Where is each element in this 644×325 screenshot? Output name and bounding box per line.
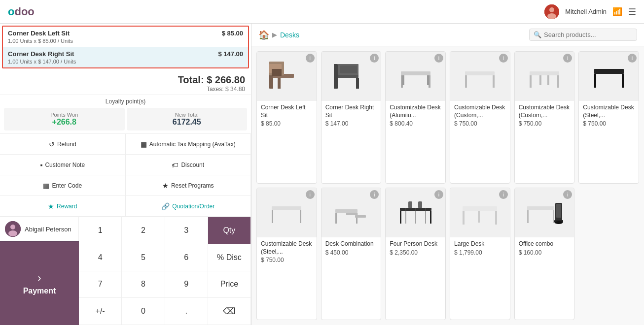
order-item[interactable]: Corner Desk Left Sit 1.00 Units x $ 85.0… <box>3 27 248 47</box>
svg-rect-33 <box>272 206 301 210</box>
info-icon[interactable]: i <box>306 190 315 199</box>
info-icon[interactable]: i <box>628 54 637 63</box>
product-info: Customizable Desk (Steel,... $ 750.00 <box>257 237 317 266</box>
breadcrumb-desks[interactable]: Desks <box>280 31 299 39</box>
refund-button[interactable]: ↺ Refund <box>0 134 126 155</box>
svg-rect-9 <box>278 78 281 89</box>
product-image: i <box>257 52 317 101</box>
item-detail: 1.00 Units x $ 85.00 / Units <box>8 38 73 44</box>
product-card[interactable]: i Customizable Desk (Steel,... $ 750.00 <box>256 188 317 320</box>
product-card[interactable]: i Corner Desk Left Sit $ 85.00 <box>256 51 317 184</box>
numpad-1[interactable]: 1 <box>79 217 122 244</box>
product-image: i <box>257 188 317 237</box>
numpad-3[interactable]: 3 <box>165 217 208 244</box>
product-info: Office combo $ 160.00 <box>515 237 574 259</box>
info-icon[interactable]: i <box>563 190 572 199</box>
svg-rect-57 <box>556 204 561 218</box>
info-icon[interactable]: i <box>499 54 508 63</box>
code-icon: ▦ <box>43 182 49 190</box>
breadcrumb-separator: ▶ <box>272 31 277 38</box>
menu-icon[interactable]: ☰ <box>628 6 636 17</box>
numpad-price[interactable]: Price <box>208 271 251 298</box>
numpad-6[interactable]: 6 <box>165 244 208 271</box>
order-item[interactable]: Corner Desk Right Sit 1.00 Units x $ 147… <box>3 47 248 67</box>
product-image: i <box>515 188 574 237</box>
customer-note-button[interactable]: ▪ Customer Note <box>0 155 126 175</box>
svg-rect-54 <box>527 210 529 223</box>
numpad-backspace[interactable]: ⌫ <box>208 298 251 325</box>
product-card[interactable]: i Customizable Desk (Custom,... $ 750.00 <box>514 51 575 184</box>
product-card[interactable]: i Customizable Desk (Alumiiu... $ 800.40 <box>385 51 446 184</box>
tax-mapping-button[interactable]: ▦ Automatic Tax Mapping (AvaTax) <box>126 134 251 155</box>
svg-rect-36 <box>335 209 358 213</box>
product-info: Large Desk $ 1,799.00 <box>450 237 510 259</box>
svg-rect-27 <box>557 75 559 88</box>
enter-code-button[interactable]: ▦ Enter Code <box>0 175 126 196</box>
info-icon[interactable]: i <box>306 54 315 63</box>
quotation-order-button[interactable]: 🔗 Quotation/Order <box>126 196 251 217</box>
numpad-4[interactable]: 4 <box>79 244 122 271</box>
svg-rect-13 <box>334 64 338 89</box>
numpad-pct-disc[interactable]: % Disc <box>208 244 251 271</box>
svg-rect-48 <box>418 201 422 208</box>
numpad-5[interactable]: 5 <box>122 244 165 271</box>
numpad-dot[interactable]: . <box>165 298 208 325</box>
avatar <box>544 4 559 19</box>
new-total-label: New Total <box>130 112 245 118</box>
new-total-value: 6172.45 <box>130 118 245 127</box>
product-card[interactable]: i Desk Combination $ 450.00 <box>321 188 382 320</box>
action-buttons: ↺ Refund ▦ Automatic Tax Mapping (AvaTax… <box>0 134 251 217</box>
refund-icon: ↺ <box>49 140 55 148</box>
product-info: Desk Combination $ 450.00 <box>322 237 381 259</box>
info-icon[interactable]: i <box>434 54 443 63</box>
search-box[interactable]: 🔍 <box>529 29 637 41</box>
item-price: $ 85.00 <box>222 30 243 37</box>
item-detail: 1.00 Units x $ 147.00 / Units <box>8 59 76 65</box>
info-icon[interactable]: i <box>434 190 443 199</box>
numpad-7[interactable]: 7 <box>79 271 122 298</box>
product-info: Customizable Desk (Steel,... $ 750.00 <box>579 101 639 130</box>
product-card[interactable]: i Large Desk $ 1,799.00 <box>450 188 510 320</box>
numpad-2[interactable]: 2 <box>122 217 165 244</box>
svg-rect-22 <box>465 71 495 75</box>
payment-arrow-icon: › <box>37 272 41 285</box>
product-price: $ 800.40 <box>390 120 441 127</box>
product-card[interactable]: i Four Person Desk $ 2,350.00 <box>385 188 446 320</box>
product-info: Customizable Desk (Alumiiu... $ 800.40 <box>386 101 445 130</box>
star-icon: ★ <box>162 182 169 190</box>
product-price: $ 85.00 <box>261 120 313 127</box>
main: Corner Desk Left Sit 1.00 Units x $ 85.0… <box>0 24 644 325</box>
numpad-9[interactable]: 9 <box>165 271 208 298</box>
numpad-0[interactable]: 0 <box>122 298 165 325</box>
info-icon[interactable]: i <box>499 190 508 199</box>
svg-rect-43 <box>430 211 431 224</box>
numpad-8[interactable]: 8 <box>122 271 165 298</box>
svg-rect-15 <box>356 78 359 89</box>
product-info: Corner Desk Right Sit $ 147.00 <box>322 101 381 130</box>
search-input[interactable] <box>544 31 633 38</box>
info-icon[interactable]: i <box>370 190 379 199</box>
payment-button[interactable]: › Payment <box>0 241 79 325</box>
svg-point-1 <box>549 7 554 12</box>
info-icon[interactable]: i <box>370 54 379 63</box>
product-card[interactable]: i Customizable Desk (Custom,... $ 750.00 <box>450 51 510 184</box>
product-name: Desk Combination <box>325 240 377 248</box>
product-card[interactable]: i Office combo $ 160.00 <box>514 188 575 320</box>
numpad-qty[interactable]: Qty <box>208 217 251 244</box>
svg-rect-20 <box>402 75 404 85</box>
reset-programs-button[interactable]: ★ Reset Programs <box>126 175 251 196</box>
total-tax: Taxes: $ 34.80 <box>6 86 245 93</box>
product-card[interactable]: i Corner Desk Right Sit $ 147.00 <box>321 51 382 184</box>
product-name: Four Person Desk <box>390 240 441 248</box>
product-price: $ 160.00 <box>519 249 571 256</box>
numpad-plusminus[interactable]: +/- <box>79 298 122 325</box>
reward-button[interactable]: ★ Reward <box>0 196 126 217</box>
product-panel: 🏠 ▶ Desks 🔍 <box>251 24 644 325</box>
discount-button[interactable]: 🏷 Discount <box>126 155 251 175</box>
svg-rect-21 <box>427 75 429 85</box>
product-card[interactable]: i Customizable Desk (Steel,... $ 750.00 <box>578 51 639 184</box>
home-icon[interactable]: 🏠 <box>258 30 269 40</box>
info-icon[interactable]: i <box>563 54 572 63</box>
customer-row[interactable]: Abigail Peterson <box>0 217 78 241</box>
product-info: Corner Desk Left Sit $ 85.00 <box>257 101 317 130</box>
